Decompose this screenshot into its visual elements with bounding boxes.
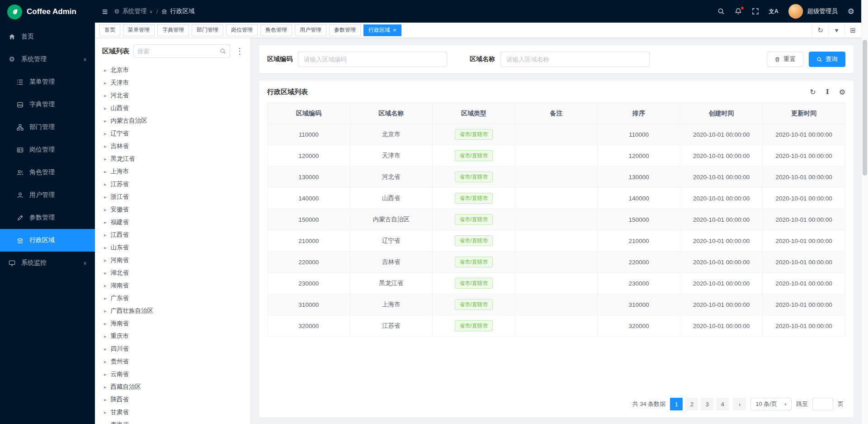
tab[interactable]: 岗位管理 × xyxy=(226,24,258,36)
caret-right-icon[interactable]: ▸ xyxy=(104,67,107,73)
tree-item[interactable]: ▸ 湖南省 xyxy=(102,279,245,292)
close-icon[interactable]: × xyxy=(393,27,396,33)
tab[interactable]: 参数管理 × xyxy=(329,24,361,36)
tree-item[interactable]: ▸ 河南省 xyxy=(102,254,245,267)
sidebar-item-home[interactable]: 首页 xyxy=(0,25,95,48)
caret-right-icon[interactable]: ▸ xyxy=(104,397,107,403)
next-page-button[interactable]: › xyxy=(733,398,746,410)
sidebar-item-administrative-region[interactable]: 行政区域 xyxy=(0,229,95,252)
tree-item[interactable]: ▸ 青海省 xyxy=(102,419,245,424)
table-row[interactable]: 310000 上海市 省市/直辖市 310000 2020-10-01 00:0… xyxy=(268,294,845,315)
row-density-icon[interactable]: I xyxy=(826,89,829,95)
caret-right-icon[interactable]: ▸ xyxy=(104,295,107,301)
caret-right-icon[interactable]: ▸ xyxy=(104,105,107,111)
tree-item[interactable]: ▸ 河北省 xyxy=(102,89,245,102)
tree-item[interactable]: ▸ 湖北省 xyxy=(102,267,245,279)
tab-options-chevron-icon[interactable]: ▾ xyxy=(828,23,844,38)
table-row[interactable]: 150000 内蒙古自治区 省市/直辖市 150000 2020-10-01 0… xyxy=(268,209,845,230)
tree-item[interactable]: ▸ 辽宁省 xyxy=(102,127,245,140)
caret-right-icon[interactable]: ▸ xyxy=(104,143,107,149)
caret-right-icon[interactable]: ▸ xyxy=(104,321,107,327)
sidebar-item-dictionary-management[interactable]: 字典管理 xyxy=(0,93,95,116)
search-icon[interactable] xyxy=(717,8,725,15)
caret-right-icon[interactable]: ▸ xyxy=(104,384,107,390)
region-name-input[interactable] xyxy=(500,52,650,67)
brand[interactable]: Coffee Admin xyxy=(0,0,95,24)
tree-item[interactable]: ▸ 甘肃省 xyxy=(102,406,245,419)
caret-right-icon[interactable]: ▸ xyxy=(104,245,107,251)
caret-right-icon[interactable]: ▸ xyxy=(104,346,107,352)
caret-right-icon[interactable]: ▸ xyxy=(104,181,107,187)
table-row[interactable]: 230000 黑龙江省 省市/直辖市 230000 2020-10-01 00:… xyxy=(268,273,845,294)
table-row[interactable]: 130000 河北省 省市/直辖市 130000 2020-10-01 00:0… xyxy=(268,167,845,188)
tab[interactable]: 菜单管理 × xyxy=(123,24,155,36)
tree-item[interactable]: ▸ 贵州省 xyxy=(102,355,245,368)
tree-item[interactable]: ▸ 山西省 xyxy=(102,102,245,114)
page-button[interactable]: 1 xyxy=(670,398,683,410)
tab[interactable]: 用户管理 × xyxy=(295,24,326,36)
column-settings-gear-icon[interactable]: ⚙ xyxy=(839,89,845,96)
page-button[interactable]: 4 xyxy=(716,398,729,410)
caret-right-icon[interactable]: ▸ xyxy=(104,169,107,175)
layout-panel-icon[interactable]: ⊞ xyxy=(844,23,861,38)
tree-item[interactable]: ▸ 重庆市 xyxy=(102,330,245,343)
tree-item[interactable]: ▸ 福建省 xyxy=(102,216,245,229)
sidebar-item-menu-management[interactable]: 菜单管理 xyxy=(0,71,95,93)
tree-item[interactable]: ▸ 广东省 xyxy=(102,292,245,305)
caret-right-icon[interactable]: ▸ xyxy=(104,131,107,137)
tree-item[interactable]: ▸ 江西省 xyxy=(102,229,245,241)
tree-item[interactable]: ▸ 内蒙古自治区 xyxy=(102,114,245,127)
caret-right-icon[interactable]: ▸ xyxy=(104,422,107,424)
search-button[interactable]: 查询 xyxy=(809,52,845,67)
jump-page-input[interactable] xyxy=(812,398,833,410)
page-button[interactable]: 2 xyxy=(685,398,698,410)
tree-item[interactable]: ▸ 上海市 xyxy=(102,165,245,178)
caret-right-icon[interactable]: ▸ xyxy=(104,308,107,314)
sidebar-item-system-monitor[interactable]: 系统监控 ∨ xyxy=(0,252,95,274)
caret-right-icon[interactable]: ▸ xyxy=(104,207,107,213)
settings-gear-icon[interactable]: ⚙ xyxy=(848,8,854,15)
tree-item[interactable]: ▸ 江苏省 xyxy=(102,178,245,191)
tree-item[interactable]: ▸ 海南省 xyxy=(102,317,245,330)
notification-bell-icon[interactable] xyxy=(735,8,742,15)
sidebar-item-department-management[interactable]: 部门管理 xyxy=(0,116,95,138)
tree-item[interactable]: ▸ 山东省 xyxy=(102,241,245,254)
table-row[interactable]: 320000 江苏省 省市/直辖市 320000 2020-10-01 00:0… xyxy=(268,315,845,337)
tree-item[interactable]: ▸ 陕西省 xyxy=(102,393,245,406)
sidebar-item-post-management[interactable]: 岗位管理 xyxy=(0,138,95,161)
caret-right-icon[interactable]: ▸ xyxy=(104,156,107,162)
user-menu[interactable]: 超级管理员 xyxy=(788,4,838,19)
sidebar-item-role-management[interactable]: 角色管理 xyxy=(0,161,95,184)
tab[interactable]: 首页 × xyxy=(99,24,120,36)
tree-item[interactable]: ▸ 四川省 xyxy=(102,343,245,355)
caret-right-icon[interactable]: ▸ xyxy=(104,333,107,339)
tree-item[interactable]: ▸ 安徽省 xyxy=(102,203,245,216)
table-row[interactable]: 210000 辽宁省 省市/直辖市 210000 2020-10-01 00:0… xyxy=(268,230,845,252)
tree-item[interactable]: ▸ 云南省 xyxy=(102,368,245,381)
language-switch-icon[interactable]: 文A xyxy=(769,9,779,14)
caret-right-icon[interactable]: ▸ xyxy=(104,283,107,289)
tab[interactable]: 行政区域 × xyxy=(363,24,401,36)
tab[interactable]: 字典管理 × xyxy=(157,24,189,36)
sidebar-item-system-management[interactable]: ⚙ 系统管理 ∧ xyxy=(0,48,95,71)
table-row[interactable]: 120000 天津市 省市/直辖市 120000 2020-10-01 00:0… xyxy=(268,145,845,167)
tree-search-input[interactable] xyxy=(137,48,220,55)
fullscreen-icon[interactable] xyxy=(752,8,759,15)
window-scrollbar[interactable] xyxy=(861,0,868,424)
page-size-select[interactable]: 10 条/页 ▾ xyxy=(750,398,792,410)
more-vertical-icon[interactable]: ⋮ xyxy=(234,47,245,55)
tree-item[interactable]: ▸ 北京市 xyxy=(102,64,245,76)
scrollbar-thumb[interactable] xyxy=(863,40,867,176)
table-row[interactable]: 110000 北京市 省市/直辖市 110000 2020-10-01 00:0… xyxy=(268,124,845,145)
caret-right-icon[interactable]: ▸ xyxy=(104,194,107,200)
tree-item[interactable]: ▸ 西藏自治区 xyxy=(102,381,245,393)
region-code-input[interactable] xyxy=(298,52,447,67)
caret-right-icon[interactable]: ▸ xyxy=(104,80,107,86)
caret-right-icon[interactable]: ▸ xyxy=(104,93,107,99)
page-button[interactable]: 3 xyxy=(701,398,713,410)
breadcrumb-system-management[interactable]: ⚙ 系统管理 ∨ xyxy=(114,7,152,15)
caret-right-icon[interactable]: ▸ xyxy=(104,410,107,415)
refresh-icon[interactable]: ↻ xyxy=(812,23,828,38)
reset-button[interactable]: 重置 xyxy=(767,52,803,67)
caret-right-icon[interactable]: ▸ xyxy=(104,232,107,238)
